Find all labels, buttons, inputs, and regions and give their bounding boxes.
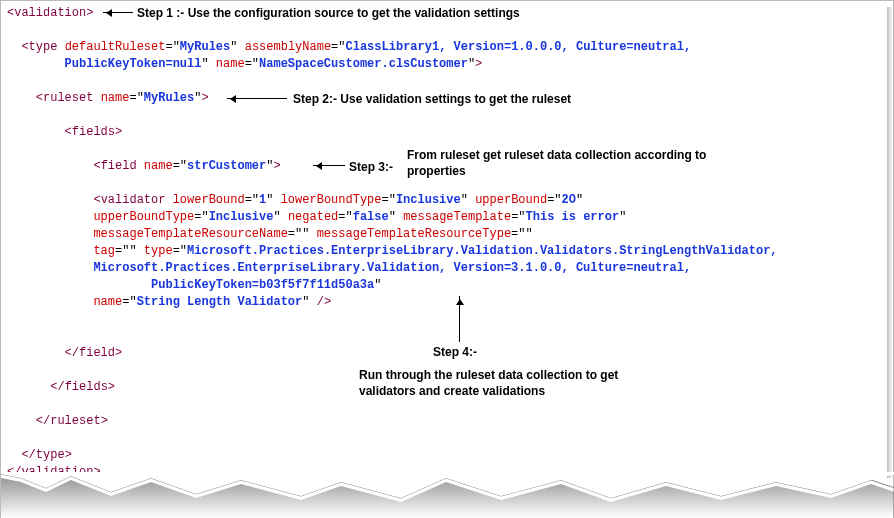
attr: messageTemplateResourceType — [317, 227, 511, 241]
tag-ruleset: ruleset — [43, 91, 93, 105]
val: Inclusive — [396, 193, 461, 207]
val: Microsoft.Practices.EnterpriseLibrary.Va… — [187, 244, 778, 258]
tag-fields-close: fields — [65, 380, 108, 394]
attr: name — [144, 159, 173, 173]
val: PublicKeyToken=b03f5f7f11d50a3a — [151, 278, 374, 292]
attr: lowerBound — [173, 193, 245, 207]
tag-validation-open: validation — [14, 6, 86, 20]
step4-label-ann: Step 4:- — [433, 344, 477, 360]
step3-label-ann: Step 3:- — [349, 159, 393, 175]
val: MyRules — [144, 91, 194, 105]
attr: messageTemplateResourceName — [93, 227, 287, 241]
val: Microsoft.Practices.EnterpriseLibrary.Va… — [93, 261, 691, 275]
attr: name — [101, 91, 130, 105]
shadow-right — [887, 7, 893, 478]
attr: type — [144, 244, 173, 258]
val: strCustomer — [187, 159, 266, 173]
xml-code-block: <validation> <type defaultRuleset="MyRul… — [7, 5, 873, 481]
val: ClassLibrary1, Version=1.0.0.0, Culture=… — [346, 40, 692, 54]
step2-label: Step 2:- — [293, 92, 337, 106]
val: Inclusive — [209, 210, 274, 224]
attr: tag — [93, 244, 115, 258]
tag-field-close: field — [79, 346, 115, 360]
arrow-step1 — [103, 12, 133, 13]
attr: assemblyName — [245, 40, 331, 54]
val: This is error — [526, 210, 620, 224]
val: MyRules — [180, 40, 230, 54]
attr: upperBound — [475, 193, 547, 207]
step1-text: Use the configuration source to get the … — [188, 6, 520, 20]
step3-label: Step 3:- — [349, 160, 393, 174]
tag-type-close: type — [36, 448, 65, 462]
step2-annotation: Step 2:- Use validation settings to get … — [293, 91, 571, 107]
step2-text: Use validation settings to get the rules… — [340, 92, 571, 106]
attr: messageTemplate — [403, 210, 511, 224]
attr: lowerBoundType — [281, 193, 382, 207]
val: 2O — [562, 193, 576, 207]
tag-fields-open: fields — [72, 125, 115, 139]
val: false — [353, 210, 389, 224]
tag-validation-close: validation — [21, 465, 93, 479]
attr: negated — [288, 210, 338, 224]
step3-text: From ruleset get ruleset data collection… — [407, 147, 847, 179]
arrow-step3 — [313, 165, 345, 166]
arrow-step4 — [459, 296, 460, 342]
val: String Length Validator — [137, 295, 303, 309]
step1-label: Step 1 :- — [137, 6, 184, 20]
attr: name — [93, 295, 122, 309]
val: PublicKeyToken=null — [65, 57, 202, 71]
step4-label: Step 4:- — [433, 345, 477, 359]
step1-annotation: Step 1 :- Use the configuration source t… — [137, 5, 520, 21]
arrow-step2 — [227, 98, 287, 99]
tag-validator: validator — [101, 193, 166, 207]
tag-type: type — [29, 40, 58, 54]
diagram-page: <validation> <type defaultRuleset="MyRul… — [0, 0, 894, 518]
attr: defaultRuleset — [65, 40, 166, 54]
tag-field: field — [101, 159, 137, 173]
step4-text: Run through the ruleset data collection … — [359, 367, 799, 399]
attr: upperBoundType — [93, 210, 194, 224]
attr: name — [216, 57, 245, 71]
tag-ruleset-close: ruleset — [50, 414, 100, 428]
val: NameSpaceCustomer.clsCustomer — [259, 57, 468, 71]
